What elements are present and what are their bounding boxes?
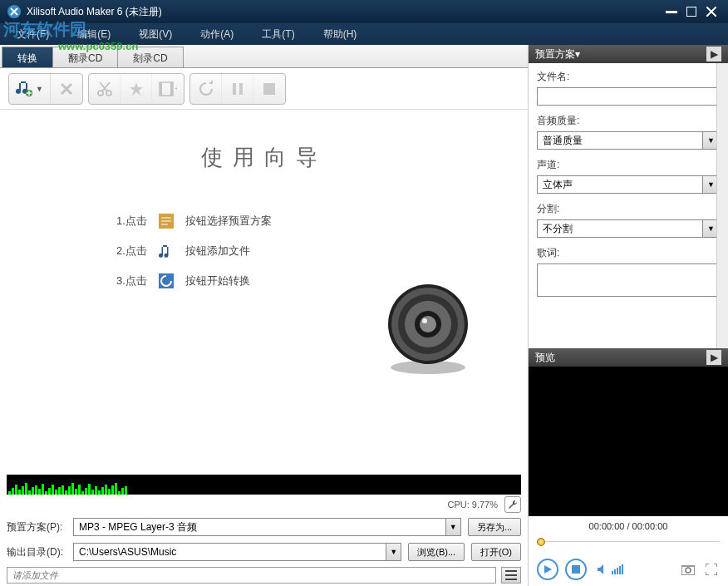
wizard-title: 使用向导 (201, 143, 327, 172)
add-file-button[interactable]: ▼ (9, 74, 51, 104)
tab-convert[interactable]: 转换 (2, 47, 53, 67)
list-view-button[interactable] (501, 567, 521, 584)
effects-button[interactable] (121, 74, 152, 104)
step2-text: 按钮添加文件 (185, 244, 250, 259)
delete-x-icon (59, 81, 74, 96)
search-bar (0, 564, 528, 586)
tab-burn-cd[interactable]: 刻录CD (117, 47, 183, 67)
svg-text:+: + (175, 84, 177, 93)
browse-button[interactable]: 浏览(B)... (408, 543, 465, 561)
toolbar: ▼ + (0, 68, 528, 110)
pause-button[interactable] (222, 74, 253, 104)
volume-bars (612, 564, 623, 574)
menu-view[interactable]: 视图(V) (139, 27, 172, 42)
split-select[interactable]: 不分割 ▼ (537, 219, 720, 238)
stop-icon (263, 83, 275, 95)
start-convert-icon (159, 273, 174, 288)
lyrics-textarea[interactable] (537, 263, 720, 297)
chevron-down-icon: ▼ (386, 544, 401, 560)
svg-rect-23 (572, 565, 580, 574)
output-label: 输出目录(D): (7, 545, 66, 559)
chevron-down-icon: ▼ (36, 85, 43, 93)
maximize-button[interactable] (681, 3, 701, 20)
preview-panel-header: 预览 ▶ (529, 348, 728, 367)
convert-start-button[interactable] (190, 74, 222, 104)
volume-control[interactable] (597, 564, 623, 575)
filename-input[interactable] (537, 87, 720, 106)
pause-icon (231, 82, 244, 96)
step1-text: 按钮选择预置方案 (185, 214, 272, 229)
profile-select[interactable]: MP3 - MPEG Layer-3 音频 ▼ (73, 518, 461, 536)
lyrics-label: 歌词: (537, 246, 720, 260)
output-value: C:\Users\ASUS\Music (79, 546, 176, 558)
time-display: 00:00:00 / 00:00:00 (529, 516, 728, 536)
expand-preview-button[interactable]: ▶ (706, 350, 721, 365)
output-select[interactable]: C:\Users\ASUS\Music ▼ (73, 543, 401, 561)
svg-rect-10 (233, 83, 236, 95)
step2-prefix: 2.点击 (116, 244, 147, 259)
minimize-button[interactable] (662, 3, 681, 20)
settings-button[interactable] (504, 496, 521, 513)
left-pane: 转换 翻录CD 刻录CD ▼ (0, 45, 529, 586)
stop-button[interactable] (253, 74, 285, 104)
audio-meter (7, 475, 521, 495)
remove-button[interactable] (51, 74, 82, 104)
search-input[interactable] (7, 567, 496, 584)
step3-prefix: 3.点击 (116, 273, 147, 288)
channel-value: 立体声 (543, 178, 573, 192)
save-as-button[interactable]: 另存为... (468, 518, 521, 536)
snapshot-button[interactable] (680, 561, 696, 578)
output-row: 输出目录(D): C:\Users\ASUS\Music ▼ 浏览(B)... … (0, 539, 528, 564)
music-add-icon (16, 80, 34, 98)
add-file-icon (159, 244, 174, 259)
preset-panel-header: 预置方案▾ ▶ (529, 45, 728, 63)
app-logo-icon (7, 4, 22, 19)
menu-file[interactable]: 文件(F) (17, 27, 49, 42)
seek-thumb[interactable] (537, 538, 545, 546)
main-area: 转换 翻录CD 刻录CD ▼ (0, 45, 728, 586)
menu-action[interactable]: 动作(A) (200, 27, 234, 42)
svg-point-25 (686, 568, 691, 573)
fullscreen-icon (706, 564, 717, 575)
menu-tools[interactable]: 工具(T) (262, 27, 294, 42)
list-icon (505, 570, 517, 580)
svg-rect-7 (160, 82, 162, 96)
svg-rect-2 (686, 7, 696, 17)
svg-point-21 (420, 316, 436, 332)
seek-slider[interactable] (537, 541, 720, 548)
speaker-image (378, 276, 478, 376)
profile-value: MP3 - MPEG Layer-3 音频 (79, 520, 197, 534)
open-button[interactable]: 打开(O) (471, 543, 521, 561)
preset-header-label: 预置方案▾ (535, 47, 580, 62)
quality-label: 音频质量: (537, 114, 720, 128)
speaker-icon (597, 564, 608, 575)
profile-row: 预置方案(P): MP3 - MPEG Layer-3 音频 ▼ 另存为... (0, 515, 528, 539)
profile-select-icon (159, 214, 174, 229)
titlebar: Xilisoft Audio Maker 6 (未注册) (0, 0, 728, 23)
menu-help[interactable]: 帮助(H) (323, 27, 357, 42)
menu-edit[interactable]: 编辑(E) (77, 27, 111, 42)
stop-playback-button[interactable] (565, 559, 587, 580)
channel-select[interactable]: 立体声 ▼ (537, 175, 720, 194)
video-add-button[interactable]: + (152, 74, 184, 104)
wrench-icon (507, 499, 519, 510)
star-icon (128, 81, 145, 97)
wizard-area: 使用向导 1.点击 按钮选择预置方案 2.点击 按钮添加文件 3.点击 按钮开始… (0, 110, 528, 475)
play-icon (543, 564, 553, 574)
cut-button[interactable] (89, 74, 121, 104)
properties-scrollbar[interactable] (716, 63, 728, 348)
preview-header-label: 预览 (535, 351, 555, 365)
preview-viewport (529, 367, 728, 516)
film-add-icon: + (159, 81, 177, 96)
tab-rip-cd[interactable]: 翻录CD (52, 47, 118, 67)
play-button[interactable] (537, 559, 558, 580)
scissors-icon (96, 81, 113, 97)
expand-preset-button[interactable]: ▶ (706, 47, 721, 62)
close-button[interactable] (701, 3, 721, 20)
svg-rect-1 (666, 11, 677, 13)
profile-label: 预置方案(P): (7, 520, 66, 534)
cpu-label: CPU: 9.77% (447, 500, 498, 510)
fullscreen-button[interactable] (703, 561, 720, 578)
properties-panel: 文件名: 音频质量: 普通质量 ▼ 声道: 立体声 ▼ 分割: (529, 63, 728, 348)
quality-select[interactable]: 普通质量 ▼ (537, 131, 720, 150)
